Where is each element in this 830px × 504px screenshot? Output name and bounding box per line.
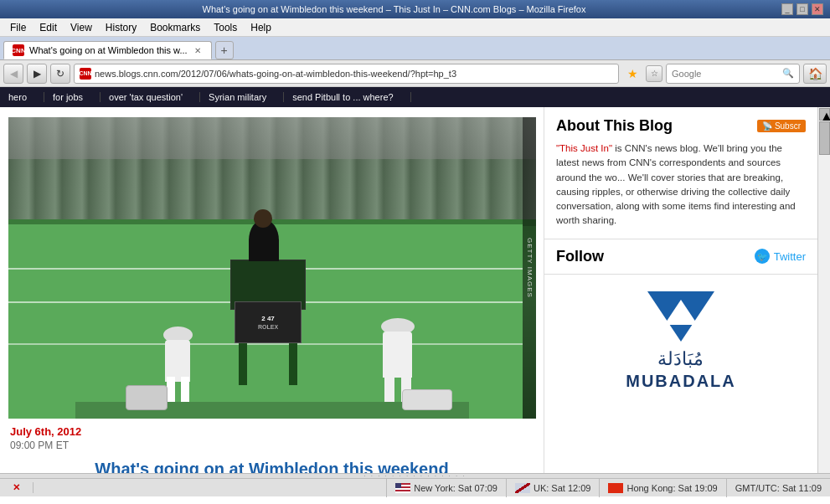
tab-label: What's going on at Wimbledon this w... — [29, 45, 188, 55]
scrollbar-up-arrow[interactable]: ▲ — [819, 108, 830, 121]
tab-close-button[interactable]: ✕ — [193, 45, 203, 55]
new-tab-button[interactable]: + — [215, 41, 234, 59]
time-hongkong: Hong Kong: Sat 19:09 — [626, 483, 717, 493]
address-bar: ◀ ▶ ↻ CNN news.blogs.cnn.com/2012/07/06/… — [0, 60, 830, 87]
ticker-bar: hero for jobs over 'tax question' Syrian… — [0, 87, 830, 107]
menu-bookmarks[interactable]: Bookmarks — [143, 20, 207, 35]
search-engine-label: Google — [672, 69, 701, 79]
status-close-icon[interactable]: ✕ — [0, 482, 34, 493]
rss-badge[interactable]: 📡 Subscr — [757, 120, 806, 132]
follow-title: Follow — [556, 248, 604, 265]
rss-label: Subscr — [775, 121, 801, 131]
menu-edit[interactable]: Edit — [33, 20, 64, 35]
menu-history[interactable]: History — [99, 20, 143, 35]
about-text-body: is CNN's news blog. We'll bring you the … — [556, 143, 796, 225]
about-title: About This Blog — [556, 117, 673, 135]
mubadala-arabic-text: مُبَادَلة — [626, 348, 736, 370]
article-title[interactable]: What's going on at Wimbledon this weeken… — [0, 455, 544, 473]
status-time-newyork: New York: Sat 07:09 — [386, 479, 506, 497]
address-input[interactable]: CNN news.blogs.cnn.com/2012/07/06/whats-… — [74, 64, 619, 84]
status-time-gmt: GMT/UTC: Sat 11:09 — [726, 479, 830, 497]
flag-uk — [515, 483, 530, 493]
forward-button[interactable]: ▶ — [27, 64, 47, 84]
bookmarks-toolbar-toggle[interactable]: ☆ — [646, 65, 662, 82]
status-time-hongkong: Hong Kong: Sat 19:09 — [599, 479, 725, 497]
article-area: 2 47 ROLEX — [0, 107, 544, 473]
twitter-follow-button[interactable]: 🐦 Twitter — [755, 249, 806, 264]
twitter-icon: 🐦 — [755, 249, 770, 264]
rss-icon: 📡 — [762, 121, 772, 131]
time-newyork: New York: Sat 07:09 — [414, 483, 497, 493]
menu-help[interactable]: Help — [244, 20, 278, 35]
ticker-item-2[interactable]: over 'tax question' — [101, 92, 200, 102]
status-bar: ✕ New York: Sat 07:09 UK: Sat 12:09 — [0, 478, 830, 496]
reload-button[interactable]: ↻ — [50, 64, 70, 84]
twitter-label: Twitter — [774, 250, 806, 263]
follow-section: Follow 🐦 Twitter — [544, 239, 817, 275]
minimize-button[interactable]: _ — [781, 3, 793, 15]
search-icon[interactable]: 🔍 — [782, 68, 794, 79]
back-button[interactable]: ◀ — [3, 64, 23, 84]
ticker-item-3[interactable]: Syrian military — [200, 92, 284, 102]
mubadala-logo: مُبَادَلة MUBADALA — [626, 291, 736, 391]
tab-favicon: CNN — [13, 44, 24, 56]
home-button[interactable]: 🏠 — [803, 64, 827, 84]
status-time-uk: UK: Sat 12:09 — [506, 479, 600, 497]
main-scrollbar[interactable]: ▲ — [817, 107, 830, 473]
mubadala-ad[interactable]: مُبَادَلة MUBADALA — [544, 275, 817, 408]
flag-hk — [608, 483, 623, 493]
article-date: July 6th, 2012 — [10, 425, 534, 438]
maximize-button[interactable]: □ — [796, 3, 808, 15]
content-area: 2 47 ROLEX — [0, 107, 830, 473]
address-favicon: CNN — [80, 68, 91, 80]
article-time: 09:00 PM ET — [10, 440, 534, 451]
time-gmt: GMT/UTC: Sat 11:09 — [735, 483, 822, 493]
ticker-item-1[interactable]: for jobs — [44, 92, 101, 102]
about-text-highlight: "This Just In" — [556, 143, 612, 153]
mubadala-english-text: MUBADALA — [626, 372, 736, 391]
sidebar: About This Blog 📡 Subscr "This Just In" … — [544, 107, 817, 473]
menu-view[interactable]: View — [64, 20, 99, 35]
menu-bar: File Edit View History Bookmarks Tools H… — [0, 18, 830, 37]
window-controls[interactable]: _ □ ✕ — [781, 3, 823, 15]
ticker-item-0[interactable]: hero — [0, 92, 44, 102]
status-times: New York: Sat 07:09 UK: Sat 12:09 Hong K… — [34, 479, 830, 497]
close-button[interactable]: ✕ — [812, 3, 823, 15]
address-url: news.blogs.cnn.com/2012/07/06/whats-goin… — [95, 69, 456, 79]
menu-tools[interactable]: Tools — [207, 20, 244, 35]
title-bar: What's going on at Wimbledon this weeken… — [0, 0, 830, 18]
menu-file[interactable]: File — [3, 20, 33, 35]
tab-bar: CNN What's going on at Wimbledon this w.… — [0, 37, 830, 60]
tab-0[interactable]: CNN What's going on at Wimbledon this w.… — [3, 41, 212, 59]
search-box[interactable]: Google 🔍 — [666, 64, 800, 84]
time-uk: UK: Sat 12:09 — [534, 483, 591, 493]
about-text: "This Just In" is CNN's news blog. We'll… — [556, 141, 806, 229]
ticker-item-4[interactable]: send Pitbull to ... where? — [284, 92, 410, 102]
scrollbar-thumb[interactable] — [819, 121, 830, 155]
window-title: What's going on at Wimbledon this weeken… — [7, 4, 781, 14]
getty-watermark: GETTY IMAGES — [523, 117, 536, 419]
article-meta: July 6th, 2012 09:00 PM ET — [0, 419, 544, 455]
about-header: About This Blog 📡 Subscr — [556, 117, 806, 135]
flag-us — [395, 483, 410, 493]
bookmark-star-button[interactable]: ★ — [622, 64, 642, 84]
about-blog-section: About This Blog 📡 Subscr "This Just In" … — [544, 107, 817, 239]
article-image: 2 47 ROLEX — [8, 117, 536, 419]
